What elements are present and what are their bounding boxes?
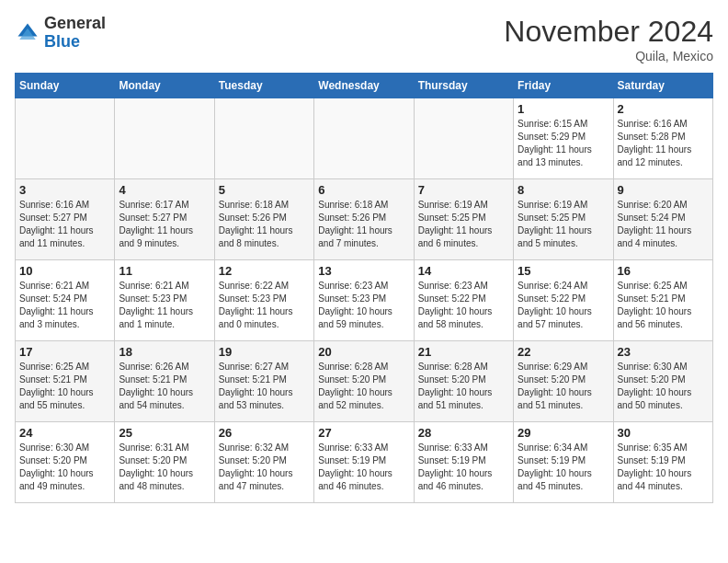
day-info: Sunrise: 6:31 AM Sunset: 5:20 PM Dayligh… (119, 442, 210, 493)
day-number: 19 (219, 345, 310, 359)
day-info: Sunrise: 6:33 AM Sunset: 5:19 PM Dayligh… (418, 442, 509, 493)
weekday-header-thursday: Thursday (414, 74, 513, 98)
day-cell: 30Sunrise: 6:35 AM Sunset: 5:19 PM Dayli… (613, 422, 712, 503)
day-cell: 19Sunrise: 6:27 AM Sunset: 5:21 PM Dayli… (214, 341, 313, 422)
day-info: Sunrise: 6:22 AM Sunset: 5:23 PM Dayligh… (219, 280, 310, 331)
day-info: Sunrise: 6:17 AM Sunset: 5:27 PM Dayligh… (119, 199, 210, 250)
week-row-3: 10Sunrise: 6:21 AM Sunset: 5:24 PM Dayli… (16, 260, 713, 341)
day-cell: 12Sunrise: 6:22 AM Sunset: 5:23 PM Dayli… (214, 260, 313, 341)
day-info: Sunrise: 6:28 AM Sunset: 5:20 PM Dayligh… (418, 361, 509, 412)
title-block: November 2024 Quila, Mexico (504, 15, 713, 63)
day-cell: 11Sunrise: 6:21 AM Sunset: 5:23 PM Dayli… (115, 260, 214, 341)
day-cell (16, 98, 115, 179)
day-number: 22 (518, 345, 609, 359)
week-row-5: 24Sunrise: 6:30 AM Sunset: 5:20 PM Dayli… (16, 422, 713, 503)
day-info: Sunrise: 6:18 AM Sunset: 5:26 PM Dayligh… (219, 199, 310, 250)
weekday-header-friday: Friday (514, 74, 613, 98)
weekday-header-wednesday: Wednesday (314, 74, 414, 98)
day-number: 30 (618, 426, 709, 440)
logo: General Blue (15, 15, 106, 52)
day-number: 3 (19, 183, 110, 197)
week-row-2: 3Sunrise: 6:16 AM Sunset: 5:27 PM Daylig… (16, 179, 713, 260)
calendar: SundayMondayTuesdayWednesdayThursdayFrid… (15, 73, 713, 503)
day-cell: 2Sunrise: 6:16 AM Sunset: 5:28 PM Daylig… (613, 98, 712, 179)
day-number: 11 (119, 264, 210, 278)
day-cell (214, 98, 313, 179)
day-cell: 3Sunrise: 6:16 AM Sunset: 5:27 PM Daylig… (16, 179, 115, 260)
location: Quila, Mexico (504, 49, 713, 63)
day-cell: 29Sunrise: 6:34 AM Sunset: 5:19 PM Dayli… (514, 422, 613, 503)
day-number: 21 (418, 345, 509, 359)
week-row-1: 1Sunrise: 6:15 AM Sunset: 5:29 PM Daylig… (16, 98, 713, 179)
day-info: Sunrise: 6:21 AM Sunset: 5:24 PM Dayligh… (19, 280, 110, 331)
day-cell: 18Sunrise: 6:26 AM Sunset: 5:21 PM Dayli… (115, 341, 214, 422)
day-info: Sunrise: 6:16 AM Sunset: 5:27 PM Dayligh… (19, 199, 110, 250)
day-info: Sunrise: 6:23 AM Sunset: 5:23 PM Dayligh… (318, 280, 409, 331)
day-number: 8 (518, 183, 609, 197)
day-number: 12 (219, 264, 310, 278)
day-info: Sunrise: 6:16 AM Sunset: 5:28 PM Dayligh… (618, 118, 709, 169)
page-header: General Blue November 2024 Quila, Mexico (15, 15, 713, 63)
day-number: 17 (19, 345, 110, 359)
day-number: 29 (518, 426, 609, 440)
day-info: Sunrise: 6:34 AM Sunset: 5:19 PM Dayligh… (518, 442, 609, 493)
day-cell: 15Sunrise: 6:24 AM Sunset: 5:22 PM Dayli… (514, 260, 613, 341)
day-number: 25 (119, 426, 210, 440)
day-cell: 23Sunrise: 6:30 AM Sunset: 5:20 PM Dayli… (613, 341, 712, 422)
day-cell: 13Sunrise: 6:23 AM Sunset: 5:23 PM Dayli… (314, 260, 414, 341)
day-cell (414, 98, 513, 179)
day-number: 5 (219, 183, 310, 197)
day-info: Sunrise: 6:23 AM Sunset: 5:22 PM Dayligh… (418, 280, 509, 331)
day-cell: 7Sunrise: 6:19 AM Sunset: 5:25 PM Daylig… (414, 179, 513, 260)
day-number: 18 (119, 345, 210, 359)
day-info: Sunrise: 6:19 AM Sunset: 5:25 PM Dayligh… (518, 199, 609, 250)
day-cell: 20Sunrise: 6:28 AM Sunset: 5:20 PM Dayli… (314, 341, 414, 422)
day-number: 10 (19, 264, 110, 278)
day-cell: 26Sunrise: 6:32 AM Sunset: 5:20 PM Dayli… (214, 422, 313, 503)
day-info: Sunrise: 6:35 AM Sunset: 5:19 PM Dayligh… (618, 442, 709, 493)
day-cell: 14Sunrise: 6:23 AM Sunset: 5:22 PM Dayli… (414, 260, 513, 341)
day-cell (115, 98, 214, 179)
day-cell: 1Sunrise: 6:15 AM Sunset: 5:29 PM Daylig… (514, 98, 613, 179)
day-cell: 27Sunrise: 6:33 AM Sunset: 5:19 PM Dayli… (314, 422, 414, 503)
day-number: 4 (119, 183, 210, 197)
weekday-header-saturday: Saturday (613, 74, 712, 98)
weekday-header-sunday: Sunday (16, 74, 115, 98)
day-cell: 4Sunrise: 6:17 AM Sunset: 5:27 PM Daylig… (115, 179, 214, 260)
day-info: Sunrise: 6:27 AM Sunset: 5:21 PM Dayligh… (219, 361, 310, 412)
day-number: 15 (518, 264, 609, 278)
weekday-header-tuesday: Tuesday (214, 74, 313, 98)
day-info: Sunrise: 6:25 AM Sunset: 5:21 PM Dayligh… (618, 280, 709, 331)
day-number: 1 (518, 102, 609, 116)
day-info: Sunrise: 6:30 AM Sunset: 5:20 PM Dayligh… (19, 442, 110, 493)
day-number: 26 (219, 426, 310, 440)
day-number: 6 (318, 183, 409, 197)
day-info: Sunrise: 6:32 AM Sunset: 5:20 PM Dayligh… (219, 442, 310, 493)
weekday-header-row: SundayMondayTuesdayWednesdayThursdayFrid… (16, 74, 713, 98)
day-number: 20 (318, 345, 409, 359)
day-cell: 25Sunrise: 6:31 AM Sunset: 5:20 PM Dayli… (115, 422, 214, 503)
day-info: Sunrise: 6:20 AM Sunset: 5:24 PM Dayligh… (618, 199, 709, 250)
day-info: Sunrise: 6:25 AM Sunset: 5:21 PM Dayligh… (19, 361, 110, 412)
logo-icon (15, 20, 40, 46)
day-cell: 10Sunrise: 6:21 AM Sunset: 5:24 PM Dayli… (16, 260, 115, 341)
day-number: 23 (618, 345, 709, 359)
logo-blue: Blue (44, 32, 80, 51)
day-cell: 22Sunrise: 6:29 AM Sunset: 5:20 PM Dayli… (514, 341, 613, 422)
day-cell: 5Sunrise: 6:18 AM Sunset: 5:26 PM Daylig… (214, 179, 313, 260)
day-number: 28 (418, 426, 509, 440)
week-row-4: 17Sunrise: 6:25 AM Sunset: 5:21 PM Dayli… (16, 341, 713, 422)
day-number: 7 (418, 183, 509, 197)
day-cell: 21Sunrise: 6:28 AM Sunset: 5:20 PM Dayli… (414, 341, 513, 422)
day-cell: 8Sunrise: 6:19 AM Sunset: 5:25 PM Daylig… (514, 179, 613, 260)
month-title: November 2024 (504, 15, 713, 49)
day-info: Sunrise: 6:26 AM Sunset: 5:21 PM Dayligh… (119, 361, 210, 412)
day-cell: 17Sunrise: 6:25 AM Sunset: 5:21 PM Dayli… (16, 341, 115, 422)
day-cell: 28Sunrise: 6:33 AM Sunset: 5:19 PM Dayli… (414, 422, 513, 503)
day-number: 9 (618, 183, 709, 197)
day-info: Sunrise: 6:15 AM Sunset: 5:29 PM Dayligh… (518, 118, 609, 169)
day-cell: 6Sunrise: 6:18 AM Sunset: 5:26 PM Daylig… (314, 179, 414, 260)
day-number: 16 (618, 264, 709, 278)
day-info: Sunrise: 6:21 AM Sunset: 5:23 PM Dayligh… (119, 280, 210, 331)
day-number: 13 (318, 264, 409, 278)
